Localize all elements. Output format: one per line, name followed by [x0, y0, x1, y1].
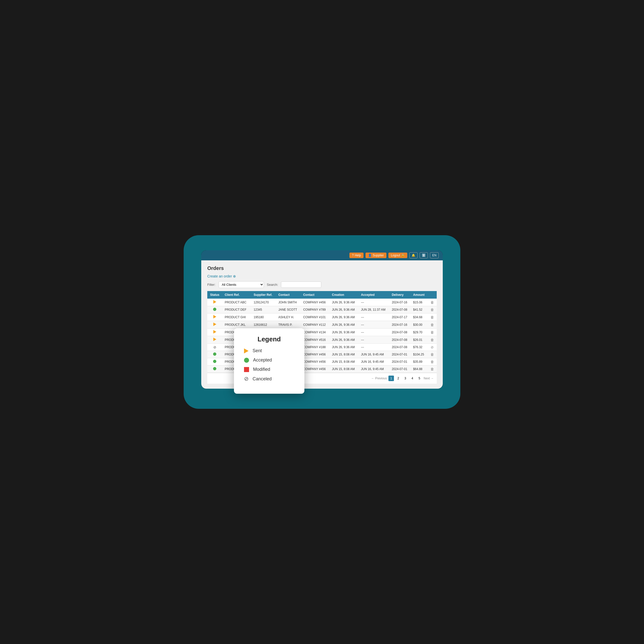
- help-button[interactable]: ? Help: [349, 253, 363, 258]
- logout-button[interactable]: Logout 🔒: [388, 253, 408, 258]
- accepted-status-icon: [213, 352, 216, 356]
- action-cell[interactable]: 🗑: [428, 351, 437, 358]
- lang-button[interactable]: EN: [430, 252, 439, 258]
- next-button[interactable]: Next →: [424, 377, 434, 380]
- modified-icon: [244, 367, 249, 372]
- client-ref-cell: PRODUCT GHI: [222, 313, 251, 321]
- page-2-button[interactable]: 2: [395, 376, 401, 381]
- filter-select[interactable]: All Clients: [219, 281, 264, 288]
- creation-cell: JUN 26, 9:36 AM: [329, 321, 358, 329]
- canceled-status-icon: ⊘: [213, 345, 216, 349]
- amount-cell: $26.01: [411, 336, 428, 344]
- action-cell[interactable]: ⊘: [428, 344, 437, 351]
- accepted-status-icon: [213, 308, 216, 311]
- action-cell[interactable]: 🗑: [428, 299, 437, 306]
- accepted-cell: ---: [358, 344, 389, 351]
- contact1-cell: ASHLEY H.: [276, 313, 301, 321]
- delete-icon[interactable]: 🗑: [430, 323, 434, 327]
- notification-button[interactable]: 🔔: [409, 252, 418, 258]
- sent-icon: [244, 348, 249, 353]
- delete-icon[interactable]: 🗑: [430, 315, 434, 319]
- toolbar: Create an order ⊕: [207, 274, 437, 278]
- delete-icon[interactable]: 🗑: [430, 352, 434, 356]
- delete-icon[interactable]: 🗑: [430, 338, 434, 342]
- status-cell: [207, 336, 222, 344]
- delete-icon[interactable]: 🗑: [430, 308, 434, 312]
- search-input[interactable]: [281, 281, 321, 288]
- status-cell: [207, 313, 222, 321]
- supplier-button[interactable]: 👤 Supplier: [366, 253, 386, 258]
- status-cell: [207, 351, 222, 358]
- client-ref-cell: PRODUCT ABC: [222, 299, 251, 306]
- legend-sent-label: Sent: [253, 348, 262, 353]
- cancel-icon[interactable]: ⊘: [431, 345, 434, 349]
- legend-accepted: Accepted: [244, 357, 294, 363]
- canceled-icon: ⊘: [244, 376, 249, 382]
- page-5-button[interactable]: 5: [417, 376, 422, 381]
- delivery-cell: 2024-07-17: [389, 313, 411, 321]
- client-ref-cell: PRODUCT JKL: [222, 321, 251, 329]
- legend-sent: Sent: [244, 348, 294, 353]
- legend-title: Legend: [244, 335, 294, 343]
- legend-accepted-label: Accepted: [253, 357, 272, 363]
- table-row[interactable]: PRODUCT GHI 195180 ASHLEY H. COMPANY #10…: [207, 313, 437, 321]
- page-3-button[interactable]: 3: [403, 376, 408, 381]
- table-row[interactable]: PRODUCT ABC 129124170 JOHN SMITH COMPANY…: [207, 299, 437, 306]
- action-cell[interactable]: 🗑: [428, 313, 437, 321]
- amount-cell: $34.68: [411, 313, 428, 321]
- col-accepted: Accepted: [358, 291, 389, 299]
- create-order-link[interactable]: Create an order ⊕: [207, 274, 236, 278]
- legend-modified: Modified: [244, 367, 294, 372]
- col-creation: Creation: [329, 291, 358, 299]
- search-label: Search:: [267, 283, 278, 287]
- accepted-cell: JUN 28, 11:37 AM: [358, 306, 389, 313]
- col-contact2: Contact: [301, 291, 329, 299]
- delete-icon[interactable]: 🗑: [430, 367, 434, 371]
- help-icon: ?: [352, 254, 354, 257]
- status-cell: [207, 366, 222, 373]
- contact2-cell: COMPANY #188: [301, 344, 329, 351]
- contact2-cell: COMPANY #456: [301, 351, 329, 358]
- amount-cell: $104.25: [411, 351, 428, 358]
- user-icon: 👤: [368, 254, 372, 257]
- col-supplier-ref: Supplier Ref.: [251, 291, 276, 299]
- page-title: Orders: [207, 265, 437, 271]
- delivery-cell: 2024-07-01: [389, 358, 411, 366]
- page-1-button[interactable]: 1: [388, 376, 394, 381]
- action-cell[interactable]: 🗑: [428, 321, 437, 329]
- status-cell: [207, 358, 222, 366]
- contact1-cell: JANE SCOTT: [276, 306, 301, 313]
- delete-icon[interactable]: 🗑: [430, 360, 434, 364]
- sent-status-icon: [213, 315, 216, 318]
- sent-status-icon: [213, 338, 216, 341]
- contact1-cell: JOHN SMITH: [276, 299, 301, 306]
- contact2-cell: COMPANY #101: [301, 313, 329, 321]
- table-row[interactable]: PRODUCT DEF 12345 JANE SCOTT COMPANY #78…: [207, 306, 437, 313]
- page-4-button[interactable]: 4: [410, 376, 415, 381]
- app-header: ? Help 👤 Supplier Logout 🔒 🔔 ℹ️ EN: [201, 250, 443, 260]
- status-cell: [207, 321, 222, 329]
- action-cell[interactable]: 🗑: [428, 306, 437, 313]
- table-row[interactable]: PRODUCT JKL 12616612 TRAVIS P. COMPANY #…: [207, 321, 437, 329]
- action-cell[interactable]: 🗑: [428, 366, 437, 373]
- prev-button[interactable]: ← Previous: [371, 377, 387, 380]
- delivery-cell: 2024-07-08: [389, 344, 411, 351]
- supplier-ref-cell: 129124170: [251, 299, 276, 306]
- accepted-cell: ---: [358, 329, 389, 336]
- action-cell[interactable]: 🗑: [428, 329, 437, 336]
- col-action: [428, 291, 437, 299]
- amount-cell: $76.32: [411, 344, 428, 351]
- contact2-cell: COMPANY #456: [301, 358, 329, 366]
- supplier-ref-cell: 12345: [251, 306, 276, 313]
- delete-icon[interactable]: 🗑: [430, 300, 434, 304]
- delivery-cell: 2024-07-16: [389, 299, 411, 306]
- accepted-cell: JUN 16, 9:45 AM: [358, 358, 389, 366]
- filter-label: Filter:: [207, 283, 216, 287]
- accepted-cell: ---: [358, 321, 389, 329]
- settings-button[interactable]: ℹ️: [420, 252, 428, 258]
- action-cell[interactable]: 🗑: [428, 336, 437, 344]
- action-cell[interactable]: 🗑: [428, 358, 437, 366]
- sent-status-icon: [213, 323, 216, 326]
- creation-cell: JUN 15, 8:08 AM: [329, 351, 358, 358]
- delete-icon[interactable]: 🗑: [430, 330, 434, 334]
